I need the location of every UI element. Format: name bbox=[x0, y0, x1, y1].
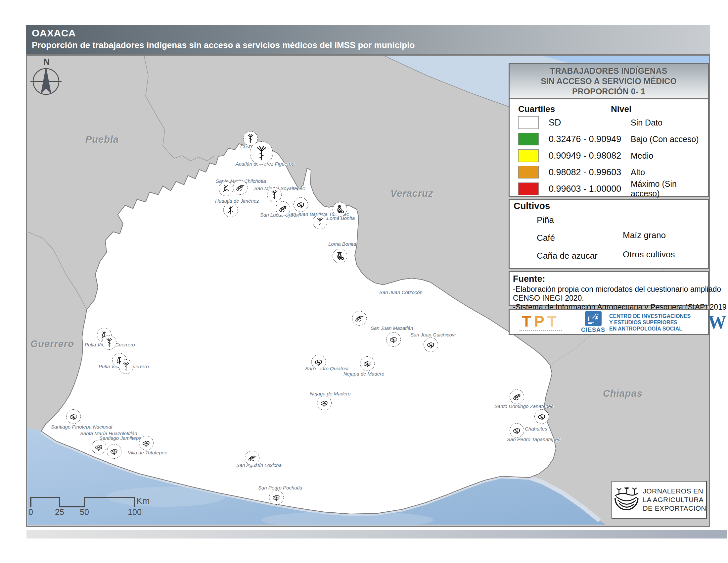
scale-tick: 0 bbox=[23, 507, 38, 517]
ciesas-line: CENTRO DE INVESTIGACIONES bbox=[609, 313, 691, 319]
municipality-label: Santiago Jamiltepec bbox=[99, 435, 144, 441]
jornaleros-logo: JORNALEROS ENLA AGRICULTURADE EXPORTACIÓ… bbox=[612, 481, 707, 519]
cultivo-label: Maíz grano bbox=[623, 230, 666, 240]
municipality-label: Loma Bonita bbox=[328, 241, 356, 247]
otros-icon bbox=[294, 197, 308, 212]
scale-bar bbox=[28, 494, 141, 509]
bottom-gradient-strip bbox=[26, 530, 727, 539]
pina-icon bbox=[333, 202, 347, 216]
ciesas-icon bbox=[585, 311, 602, 326]
legend-range: 0.98082 - 0.99603 bbox=[549, 167, 631, 177]
otros-icon bbox=[311, 355, 326, 369]
municipality-label: San Juan Guichicovi bbox=[410, 332, 456, 338]
municipality-label: Santo Domingo Zanatepec bbox=[494, 403, 553, 409]
legend-col-cuartiles: Cuartiles bbox=[518, 104, 611, 114]
otros-icon bbox=[66, 409, 81, 424]
legend-range: 0.90949 - 0.98082 bbox=[549, 151, 631, 161]
cana-icon bbox=[102, 335, 116, 350]
otros-icon bbox=[534, 409, 549, 424]
legend-title-line3: PROPORCIÓN 0- 1 bbox=[572, 86, 645, 97]
legend-level: Sin Dato bbox=[631, 118, 662, 127]
municipality-label: Nejapa de Madero bbox=[310, 391, 350, 397]
page-subtitle: Proporción de trabajadores indígenas sin… bbox=[32, 40, 710, 50]
municipality-label: Chahuites bbox=[525, 426, 547, 432]
otros-icon bbox=[424, 338, 438, 352]
legend-row: SDSin Dato bbox=[510, 114, 708, 131]
otros-icon bbox=[92, 440, 106, 454]
jornaleros-line: JORNALEROS EN bbox=[643, 487, 706, 495]
legend-swatch-orange bbox=[518, 166, 539, 178]
title-bar: OAXACA Proporción de trabajadores indíge… bbox=[26, 25, 710, 54]
legend-title: TRABAJADORES INDÍGENAS SIN ACCESO A SERV… bbox=[510, 64, 708, 99]
jornaleros-line: LA AGRICULTURA bbox=[643, 495, 706, 504]
scale-tick: 50 bbox=[77, 507, 92, 517]
cafe-icon bbox=[510, 390, 524, 404]
municipality-label: Villa de Tututepec bbox=[128, 450, 167, 455]
fuente-title: Fuente: bbox=[513, 274, 708, 284]
scale-tick: 100 bbox=[127, 507, 142, 517]
otros-icon bbox=[317, 396, 332, 410]
legend-row: 0.98082 - 0.99603Alto bbox=[510, 164, 708, 180]
cafe-icon bbox=[245, 451, 259, 465]
compass-n-label: N bbox=[43, 57, 50, 67]
cultivo-label: Otros cultivos bbox=[623, 249, 675, 259]
legend-level: Máximo (Sin acceso) bbox=[631, 179, 708, 198]
cana-icon bbox=[119, 359, 133, 374]
tpt-logo: TPT bbox=[520, 314, 562, 331]
legend-row: 0.99603 - 1.00000Máximo (Sin acceso) bbox=[510, 180, 708, 197]
cultivo-label: Café bbox=[537, 233, 555, 243]
state-label-puebla: Puebla bbox=[85, 134, 119, 145]
cultivo-label: Caña de azucar bbox=[537, 251, 598, 261]
fuente-line: CENSO INEGI 2020. bbox=[513, 294, 708, 303]
cana-icon bbox=[267, 187, 282, 202]
pina-icon bbox=[333, 249, 347, 263]
legend-range: SD bbox=[549, 117, 631, 128]
municipality-label: San Juan Mazatlán bbox=[371, 325, 413, 331]
cafe-icon bbox=[352, 311, 367, 326]
legend-panel: TRABAJADORES INDÍGENAS SIN ACCESO A SERV… bbox=[509, 63, 709, 197]
otros-icon bbox=[107, 444, 121, 459]
legend-col-nivel: Nivel bbox=[611, 104, 631, 114]
fuente-line: -Elaboración propia con microdatos del c… bbox=[513, 285, 708, 294]
wilson-w-mark: W bbox=[708, 314, 726, 331]
legend-level: Bajo (Con acceso) bbox=[631, 134, 699, 144]
legend-level: Alto bbox=[631, 167, 645, 177]
cana-icon bbox=[313, 214, 327, 229]
ciesas-line: Y ESTUDIOS SUPERIORES bbox=[609, 319, 691, 326]
municipality-label: San Pedro Pochutla bbox=[258, 485, 302, 491]
otros-icon bbox=[360, 356, 375, 371]
jornaleros-text: JORNALEROS ENLA AGRICULTURADE EXPORTACIÓ… bbox=[643, 487, 706, 513]
fuente-panel: Fuente: -Elaboración propia con microdat… bbox=[509, 271, 709, 306]
state-label-chiapas: Chiapas bbox=[603, 388, 643, 399]
municipality-label: Nejapa de Madero bbox=[343, 371, 384, 377]
otros-icon bbox=[386, 332, 401, 347]
cultivo-label: Piña bbox=[537, 215, 554, 225]
otros-icon bbox=[510, 423, 524, 438]
state-label-guerrero: Guerrero bbox=[30, 339, 74, 350]
scale-tick: 25 bbox=[52, 507, 67, 517]
legend-level: Medio bbox=[631, 151, 653, 161]
legend-row: 0.90949 - 0.98082Medio bbox=[510, 147, 708, 164]
maiz-icon bbox=[223, 203, 238, 217]
jornaleros-field-icon bbox=[612, 482, 641, 518]
cultivos-title: Cultivos bbox=[514, 201, 550, 211]
scale-unit: Km bbox=[136, 496, 150, 506]
legend-title-line2: SIN ACCESO A SERVICIO MÉDICO bbox=[541, 76, 677, 86]
north-arrow: N bbox=[28, 57, 64, 98]
legend-swatch-yellow bbox=[518, 149, 539, 162]
page-title: OAXACA bbox=[32, 27, 710, 39]
ciesas-logo: CIESAS CENTRO DE INVESTIGACIONESY ESTUDI… bbox=[581, 311, 691, 334]
municipality-label: Huautla de Jiménez bbox=[215, 198, 259, 204]
otros-icon bbox=[139, 436, 154, 450]
logos-panel: TPT CIESAS CENTRO DE INVESTIGACIONESY ES… bbox=[509, 309, 709, 335]
legend-range: 0.32476 - 0.90949 bbox=[549, 134, 631, 144]
cafe-icon bbox=[233, 180, 248, 195]
municipality-label: San Juan Cotzocón bbox=[379, 290, 423, 295]
maiz-icon bbox=[219, 181, 233, 196]
ciesas-line: EN ANTROPOLOGÍA SOCIAL bbox=[609, 326, 691, 332]
ciesas-acronym: CIESAS bbox=[581, 327, 605, 334]
page: OAXACA Proporción de trabajadores indíge… bbox=[0, 0, 728, 563]
legend-row: 0.32476 - 0.90949Bajo (Con acceso) bbox=[510, 131, 708, 147]
legend-range: 0.99603 - 1.00000 bbox=[549, 184, 631, 194]
otros-icon bbox=[269, 490, 284, 505]
